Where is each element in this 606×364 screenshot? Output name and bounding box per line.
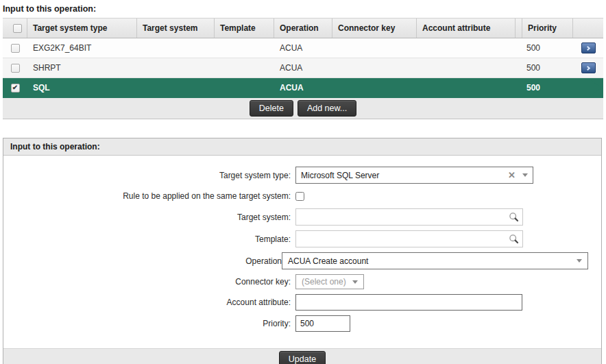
row-checkbox[interactable] xyxy=(11,44,20,53)
account-attribute-label: Account attribute: xyxy=(3,298,295,307)
template-search-box xyxy=(295,230,523,247)
header-operation[interactable]: Operation xyxy=(274,19,332,38)
add-new-button[interactable]: Add new... xyxy=(298,100,356,117)
cell-target-system-type: SQL xyxy=(27,83,137,93)
cell-priority: 500 xyxy=(522,63,573,73)
cell-operation: ACUA xyxy=(274,83,332,93)
header-target-system[interactable]: Target system xyxy=(137,19,215,38)
search-icon[interactable] xyxy=(509,212,519,222)
priority-input[interactable] xyxy=(295,315,350,332)
cell-priority: 500 xyxy=(522,43,573,53)
update-button[interactable]: Update xyxy=(279,351,326,364)
operation-value: ACUA Create account xyxy=(288,256,570,266)
header-actions xyxy=(573,19,603,38)
cell-operation: ACUA xyxy=(274,43,332,53)
clear-icon[interactable]: ✕ xyxy=(508,170,516,180)
template-label: Template: xyxy=(3,234,295,244)
header-select-all[interactable] xyxy=(3,19,27,38)
edit-operation-panel: Input to this operation: Target system t… xyxy=(3,138,602,364)
form-footer-bar: Update xyxy=(3,348,601,364)
select-all-checkbox[interactable] xyxy=(13,24,22,33)
search-icon[interactable] xyxy=(509,234,519,244)
row-detail-arrow-button[interactable] xyxy=(581,43,596,53)
panel-title: Input to this operation: xyxy=(3,138,601,156)
template-input[interactable] xyxy=(300,234,509,245)
cell-target-system-type: SHRPT xyxy=(27,63,137,73)
chevron-down-icon[interactable] xyxy=(577,259,582,263)
table-row-selected[interactable]: ✔ SQL ACUA 500 xyxy=(3,78,603,98)
delete-button[interactable]: Delete xyxy=(250,100,293,117)
chevron-right-icon xyxy=(585,65,590,70)
table-row[interactable]: EXG2K7_64BIT ACUA 500 xyxy=(3,38,603,58)
row-checkbox-checked[interactable]: ✔ xyxy=(11,84,20,93)
header-spacer xyxy=(516,19,522,38)
rule-same-target-label: Rule to be applied on the same target sy… xyxy=(3,191,295,201)
target-system-label: Target system: xyxy=(3,213,295,222)
account-attribute-input[interactable] xyxy=(295,294,522,311)
cell-priority: 500 xyxy=(522,83,573,93)
connector-key-label: Connector key: xyxy=(3,277,295,287)
rule-same-target-checkbox[interactable] xyxy=(295,192,304,201)
operations-table: Target system type Target system Templat… xyxy=(3,18,603,119)
operation-select[interactable]: ACUA Create account xyxy=(282,252,588,269)
connector-key-value: (Select one) xyxy=(302,277,346,287)
selected-row-arrow-flag xyxy=(573,78,602,98)
header-template[interactable]: Template xyxy=(215,19,274,38)
cell-operation: ACUA xyxy=(274,63,332,73)
chevron-right-icon xyxy=(585,45,590,50)
header-connector-key[interactable]: Connector key xyxy=(332,19,417,38)
operation-label: Operation: xyxy=(245,256,284,266)
table-header-row: Target system type Target system Templat… xyxy=(3,18,603,38)
header-account-attribute[interactable]: Account attribute xyxy=(417,19,516,38)
target-system-input[interactable] xyxy=(300,212,509,223)
chevron-down-icon[interactable] xyxy=(522,173,528,177)
connector-key-select[interactable]: (Select one) xyxy=(295,274,364,289)
table-section-title: Input to this operation: xyxy=(3,4,603,14)
target-system-type-combobox[interactable]: Microsoft SQL Server ✕ xyxy=(295,167,533,184)
header-priority[interactable]: Priority xyxy=(522,19,573,38)
cell-target-system-type: EXG2K7_64BIT xyxy=(27,43,137,53)
table-footer-bar: Delete Add new... xyxy=(3,98,603,119)
row-detail-arrow-button[interactable] xyxy=(581,62,596,73)
target-system-type-value: Microsoft SQL Server xyxy=(301,171,501,180)
priority-label: Priority: xyxy=(3,319,295,328)
table-row[interactable]: SHRPT ACUA 500 xyxy=(3,58,603,78)
target-system-search-box xyxy=(295,208,523,226)
target-system-type-label: Target system type: xyxy=(3,171,295,180)
row-checkbox[interactable] xyxy=(11,64,20,73)
chevron-down-icon xyxy=(352,280,358,284)
header-target-system-type[interactable]: Target system type xyxy=(27,19,137,38)
